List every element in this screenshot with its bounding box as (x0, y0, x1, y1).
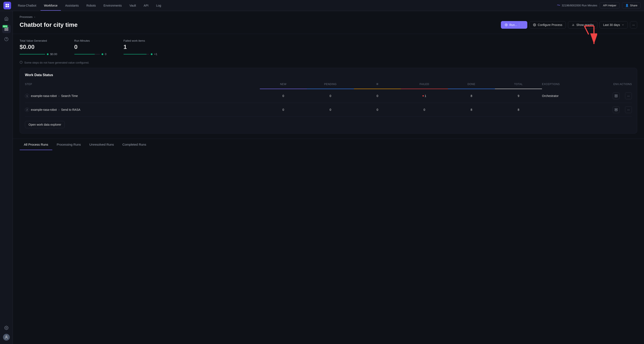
col-header-pending: PENDING (307, 82, 354, 89)
open-work-data-explorer-button[interactable]: Open work data explorer (25, 121, 65, 128)
new-badge: NEW (2, 25, 8, 28)
nav-tab-environments[interactable]: Environments (100, 2, 125, 8)
chart-dot (47, 53, 48, 55)
step-robot-1: example-rasa-robot (31, 94, 57, 98)
run-button[interactable]: Run... (501, 21, 527, 29)
col-header-processing: ✳ (354, 82, 401, 89)
col-header-done: DONE (448, 82, 495, 89)
work-data-status-card: Work Data Status STEP NEW PENDING ✳ FAIL… (20, 68, 637, 134)
stat-failed-items-label: Failed work items (124, 39, 158, 42)
step-name-1: 1 example-rasa-robot › Search Time (25, 94, 260, 98)
avatar[interactable] (3, 334, 10, 341)
nav-tab-api[interactable]: API (140, 2, 152, 8)
nav-tab-assistants[interactable]: Assistants (62, 2, 82, 8)
failed-dot-1 (422, 95, 424, 97)
run-icon (505, 23, 508, 26)
svg-rect-2 (6, 6, 7, 7)
sidebar-item-processes[interactable]: NEW (2, 25, 11, 33)
breadcrumb-processes[interactable]: Processes (20, 15, 32, 18)
step-robot-2: example-rasa-robot (31, 108, 57, 111)
bottom-tabs: All Process Runs Processing Runs Unresol… (13, 139, 644, 150)
nav-right: 〜 32196/8002000 Run Minutes API Helper 👤… (557, 2, 640, 8)
bar-chart-icon (572, 23, 574, 26)
exceptions-1: Orchestrator (542, 89, 613, 103)
mini-line-value (20, 54, 45, 54)
stat-run-minutes-value: 0 (74, 44, 106, 50)
col-header-env: ENV. (613, 82, 620, 89)
breadcrumb: Processes › (20, 15, 637, 18)
svg-rect-22 (615, 95, 618, 96)
sidebar-item-help[interactable] (2, 35, 11, 43)
show-graphs-button[interactable]: Show graphs (568, 21, 597, 28)
share-button[interactable]: 👤 Share (622, 2, 640, 8)
tab-processing-runs[interactable]: Processing Runs (52, 139, 85, 150)
date-range-button[interactable]: Last 30 days (600, 21, 628, 28)
col-header-total: TOTAL (495, 82, 542, 89)
main-layout: NEW (0, 11, 644, 344)
col-header-step: STEP (25, 82, 260, 89)
top-nav: Rasa-Chatbot Workforce Assistants Robots… (0, 0, 644, 11)
step-number-1: 1 (25, 94, 29, 98)
mini-line-fill (124, 54, 146, 54)
server-icon (614, 94, 618, 97)
gear-icon (533, 23, 536, 26)
nav-tab-workforce[interactable]: Workforce (40, 2, 61, 8)
nav-tab-rasa-chatbot[interactable]: Rasa-Chatbot (14, 2, 40, 8)
env-button-1[interactable] (613, 92, 620, 99)
work-data-table: STEP NEW PENDING ✳ FAILED DONE TOTAL EXC… (25, 82, 632, 117)
step-cell-2: 2 example-rasa-robot › Send to RASA (25, 103, 260, 117)
stat-total-value-label: Total Value Generated (20, 39, 57, 42)
tab-completed-runs[interactable]: Completed Runs (118, 139, 150, 150)
actions-cell-1: ··· (620, 89, 632, 103)
tab-unresolved-runs[interactable]: Unresolved Runs (85, 139, 118, 150)
svg-rect-0 (6, 4, 7, 5)
app-logo[interactable] (4, 2, 11, 9)
env-cell-1 (613, 89, 620, 103)
processing-count-1: 0 (354, 89, 401, 103)
mini-line-fill (74, 54, 95, 54)
stat-run-minutes-label: Run Minutes (74, 39, 106, 42)
mini-line-failed (124, 54, 149, 54)
mini-line-minutes (74, 54, 100, 54)
page-title: Chatbot for city time (20, 21, 78, 28)
nav-tab-robots[interactable]: Robots (83, 2, 99, 8)
tab-all-process-runs[interactable]: All Process Runs (20, 139, 52, 150)
done-count-1: 8 (448, 89, 495, 103)
stat-total-value-chart: $0.00 (20, 52, 57, 56)
page-actions: Run... Configure Process (501, 21, 637, 29)
more-actions-button-1[interactable]: ··· (625, 92, 632, 99)
nav-tabs: Rasa-Chatbot Workforce Assistants Robots… (14, 2, 557, 8)
chevron-down-icon (622, 24, 624, 26)
svg-rect-6 (5, 29, 6, 31)
nav-tab-log[interactable]: Log (153, 2, 164, 8)
left-sidebar: NEW (0, 11, 13, 344)
sidebar-bottom (2, 324, 11, 341)
col-header-failed: FAILED (401, 82, 448, 89)
env-button-2[interactable] (613, 106, 620, 113)
sidebar-item-home[interactable] (2, 14, 11, 23)
pending-count-2: 0 (307, 103, 354, 117)
svg-rect-26 (615, 108, 618, 110)
step-number-2: 2 (25, 108, 29, 112)
processing-spinner-icon: ✳ (376, 82, 379, 86)
configure-process-button[interactable]: Configure Process (530, 21, 566, 28)
stat-run-minutes: Run Minutes 0 0 (74, 39, 106, 56)
nav-tab-vault[interactable]: Vault (126, 2, 140, 8)
breadcrumb-chevron: › (34, 15, 35, 18)
stat-total-value: Total Value Generated $0.00 $0.00 (20, 39, 57, 56)
actions-cell-2: ··· (620, 103, 632, 117)
sidebar-item-settings[interactable] (2, 324, 11, 332)
more-options-button[interactable]: ··· (630, 21, 637, 28)
svg-rect-3 (8, 6, 9, 7)
failed-indicator-1: 1 (401, 94, 448, 98)
info-row: Some steps do not have generated value c… (13, 61, 644, 68)
chevron-down-icon[interactable] (521, 24, 524, 26)
content-area: Processes › Chatbot for city time Run... (13, 11, 644, 344)
info-text: Some steps do not have generated value c… (24, 61, 89, 64)
stat-total-value-amount: $0.00 (20, 44, 57, 50)
svg-rect-27 (615, 110, 618, 111)
more-actions-button-2[interactable]: ··· (625, 106, 632, 113)
failed-count-1: 1 (401, 89, 448, 103)
api-helper-button[interactable]: API Helper (600, 2, 620, 8)
work-data-title: Work Data Status (25, 73, 632, 77)
